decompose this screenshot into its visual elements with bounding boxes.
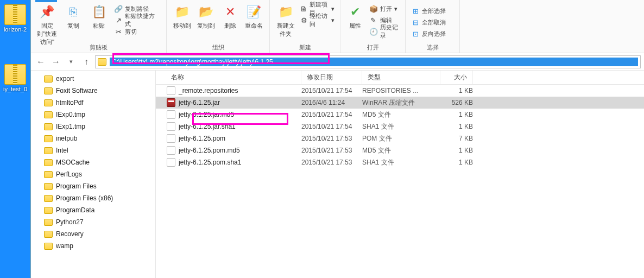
file-row[interactable]: jetty-6.1.25.jar.md52015/10/21 17:54MD5 … [156,109,644,121]
forward-button[interactable]: → [49,55,62,68]
file-icon [167,158,175,167]
file-row[interactable]: jetty-6.1.25.pom2015/10/21 17:53POM 文件7 … [156,132,644,144]
address-bar[interactable]: C:\Users\ttx\.m2\repository\org\mortbay\… [95,55,641,68]
desktop-zip-icon-1[interactable]: iorizon-2 [0,4,30,33]
file-size: 526 KB [440,99,473,106]
new-folder-icon: 📁 [277,3,294,21]
paste-shortcut-button[interactable]: ↗粘贴快捷方式 [114,15,161,26]
zip-icon [4,4,26,25]
col-name[interactable]: 名称 [156,71,301,84]
address-text[interactable]: C:\Users\ttx\.m2\repository\org\mortbay\… [110,58,638,66]
column-headers: 名称 修改日期 类型 大小 [156,71,644,85]
file-row[interactable]: _remote.repositories2015/10/21 17:54REPO… [156,85,644,97]
file-name: jetty-6.1.25.jar.md5 [179,111,234,118]
desktop-zip-icon-2[interactable]: iy_test_0 [0,64,30,92]
file-size: 1 KB [440,111,473,118]
col-date[interactable]: 修改日期 [301,71,362,84]
folder-icon [44,87,53,94]
file-date: 2015/10/21 17:53 [301,159,362,166]
file-type: SHA1 文件 [362,122,440,131]
delete-icon: ✕ [222,3,239,21]
nav-tree[interactable]: exportFoxit SoftwarehtmltoPdfIExp0.tmpIE… [31,71,156,278]
file-type: SHA1 文件 [362,158,440,167]
tree-item-label: Recovery [56,230,84,238]
file-name: jetty-6.1.25.pom [179,135,225,142]
tree-item[interactable]: Program Files [32,180,154,192]
file-row[interactable]: jetty-6.1.25.jar2016/4/6 11:24WinRAR 压缩文… [156,97,644,109]
history-button[interactable]: 🕘历史记录 [369,26,400,37]
group-label: 选择 [406,43,459,52]
tree-item-label: MSOCache [56,159,90,166]
tree-item[interactable]: Foxit Software [32,85,154,97]
tree-item[interactable]: htmltoPdf [32,97,154,109]
select-all-icon: ⊞ [411,7,420,15]
history-icon: 🕘 [369,27,378,36]
ribbon: 📌 固定到"快速访问" ⎘ 复制 📋 粘贴 🔗复制路径 ↗粘贴快捷方式 ✂剪切 … [31,0,644,53]
recent-dropdown[interactable]: ▾ [65,55,78,68]
select-none-button[interactable]: ⊟全部取消 [411,17,454,28]
file-size: 1 KB [440,147,473,154]
tree-item[interactable]: PerfLogs [32,168,154,180]
file-type: MD5 文件 [362,146,440,155]
col-type[interactable]: 类型 [362,71,440,84]
folder-icon [44,123,53,130]
folder-icon [44,219,53,226]
tree-item-label: IExp0.tmp [56,111,85,118]
tree-item[interactable]: wamp [32,240,154,252]
file-list[interactable]: _remote.repositories2015/10/21 17:54REPO… [156,85,644,278]
tree-item-label: export [56,75,74,83]
file-pane: 名称 修改日期 类型 大小 _remote.repositories2015/1… [156,71,644,278]
cut-button[interactable]: ✂剪切 [114,26,161,37]
group-label: 组织 [167,43,269,52]
file-date: 2015/10/21 17:53 [301,147,362,154]
file-type: MD5 文件 [362,110,440,119]
tree-item[interactable]: Program Files (x86) [32,192,154,204]
group-label: 打开 [340,43,405,52]
file-name: jetty-6.1.25.jar [179,99,220,106]
invert-selection-button[interactable]: ⊡反向选择 [411,28,454,39]
tree-item[interactable]: MSOCache [32,156,154,168]
open-button[interactable]: 📦打开 ▾ [369,3,400,14]
pin-icon: 📌 [39,3,56,21]
folder-icon [44,147,53,154]
back-button[interactable]: ← [34,55,47,68]
file-name: jetty-6.1.25.pom.md5 [179,147,240,154]
select-none-icon: ⊟ [411,18,420,27]
file-row[interactable]: jetty-6.1.25.pom.md52015/10/21 17:53MD5 … [156,144,644,156]
file-row[interactable]: jetty-6.1.25.jar.sha12015/10/21 17:54SHA… [156,121,644,132]
body: exportFoxit SoftwarehtmltoPdfIExp0.tmpIE… [31,71,644,278]
folder-icon [44,207,53,214]
archive-icon [167,98,175,107]
explorer-window: 📌 固定到"快速访问" ⎘ 复制 📋 粘贴 🔗复制路径 ↗粘贴快捷方式 ✂剪切 … [30,0,644,278]
up-button[interactable]: ↑ [80,55,93,68]
file-size: 1 KB [440,159,473,166]
file-row[interactable]: jetty-6.1.25.pom.sha12015/10/21 17:53SHA… [156,156,644,168]
group-label: 剪贴板 [31,43,166,52]
file-icon [167,146,175,155]
col-size[interactable]: 大小 [440,71,473,84]
file-date: 2016/4/6 11:24 [301,99,362,106]
folder-icon [44,99,53,106]
tree-item[interactable]: ProgramData [32,204,154,216]
select-all-button[interactable]: ⊞全部选择 [411,5,454,16]
tree-item[interactable]: Python27 [32,216,154,228]
file-date: 2015/10/21 17:54 [301,87,362,94]
tree-item-label: IExp1.tmp [56,123,85,130]
tree-item[interactable]: export [32,73,154,85]
tree-item[interactable]: IExp1.tmp [32,121,154,132]
nav-row: ← → ▾ ↑ C:\Users\ttx\.m2\repository\org\… [31,53,644,71]
ribbon-group-select: ⊞全部选择 ⊟全部取消 ⊡反向选择 选择 [406,0,460,53]
open-icon: 📦 [369,4,378,13]
tree-item[interactable]: IExp0.tmp [32,109,154,121]
folder-icon [44,183,53,190]
path-icon: 🔗 [114,4,123,13]
tree-item[interactable]: inetpub [32,132,154,144]
ribbon-group-clipboard: 📌 固定到"快速访问" ⎘ 复制 📋 粘贴 🔗复制路径 ↗粘贴快捷方式 ✂剪切 … [31,0,167,53]
folder-icon [44,195,53,202]
file-icon [167,86,175,95]
tree-item[interactable]: Recovery [32,228,154,240]
file-size: 1 KB [440,123,473,130]
easy-access-button[interactable]: ⚙轻松访问 ▾ [300,15,334,26]
tree-item[interactable]: Intel [32,144,154,156]
ribbon-group-new: 📁 新建文件夹 🗎新建项目 ▾ ⚙轻松访问 ▾ 新建 [270,0,340,53]
